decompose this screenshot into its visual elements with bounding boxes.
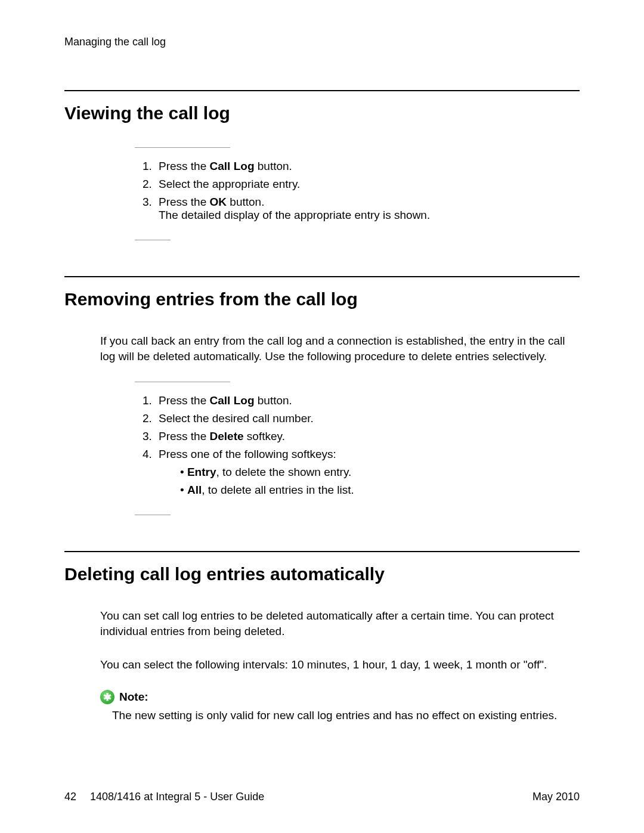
page-footer: 42 1408/1416 at Integral 5 - User Guide … [64,791,580,803]
section-deleting-automatically: Deleting call log entries automatically … [64,551,580,723]
step-text: button. [255,160,292,172]
substep-text: , to delete all entries in the list. [202,484,354,496]
steps-list: Press the Call Log button. Select the de… [155,394,580,497]
step-detail: The detailed display of the appropriate … [159,209,580,222]
step-text: Press the [159,430,210,442]
step-text: Press the [159,160,210,172]
substep-item: All, to delete all entries in the list. [177,484,580,497]
section-title: Removing entries from the call log [64,289,580,309]
procedure-start-rule [135,382,230,382]
substep-bold: All [187,484,202,496]
step-text: Select the appropriate entry. [159,178,300,190]
section-viewing-call-log: Viewing the call log Press the Call Log … [64,90,580,240]
step-text: Select the desired call number. [159,412,314,425]
substeps-list: Entry, to delete the shown entry. All, t… [177,466,580,497]
step-bold: Call Log [210,160,255,172]
running-header: Managing the call log [64,36,580,48]
page-number: 42 [64,791,76,803]
note-block: ✱ Note: The new setting is only valid fo… [100,690,580,723]
note-text: The new setting is only valid for new ca… [112,708,580,723]
substep-bold: Entry [187,466,216,478]
footer-date: May 2010 [532,791,580,803]
step-bold: Call Log [210,394,255,407]
procedure-end-rule [135,515,171,515]
substep-text: , to delete the shown entry. [216,466,352,478]
section-divider [64,90,580,91]
doc-title: 1408/1416 at Integral 5 - User Guide [90,791,264,803]
step-text: button. [227,196,264,208]
step-item: Press the Call Log button. [155,160,580,173]
step-item: Select the desired call number. [155,412,580,425]
section-title: Deleting call log entries automatically [64,564,580,584]
section-divider [64,551,580,552]
section-removing-entries: Removing entries from the call log If yo… [64,276,580,515]
section-para: You can select the following intervals: … [100,657,580,673]
section-title: Viewing the call log [64,103,580,123]
star-icon: ✱ [100,690,114,704]
section-intro: If you call back an entry from the call … [100,333,580,364]
step-bold: OK [210,196,227,208]
step-text: Press the [159,196,210,208]
step-item: Press the Delete softkey. [155,430,580,443]
step-bold: Delete [210,430,244,442]
step-item: Press one of the following softkeys: Ent… [155,448,580,497]
section-para: You can set call log entries to be delet… [100,608,580,639]
step-text: softkey. [244,430,285,442]
section-divider [64,276,580,277]
step-text: Press the [159,394,210,407]
step-item: Select the appropriate entry. [155,178,580,191]
procedure-end-rule [135,240,171,240]
step-item: Press the OK button. The detailed displa… [155,196,580,222]
note-label: Note: [119,690,148,704]
substep-item: Entry, to delete the shown entry. [177,466,580,479]
step-text: button. [255,394,292,407]
steps-list: Press the Call Log button. Select the ap… [155,160,580,222]
note-header: ✱ Note: [100,690,580,704]
step-text: Press one of the following softkeys: [159,448,336,460]
footer-left: 42 1408/1416 at Integral 5 - User Guide [64,791,264,803]
step-item: Press the Call Log button. [155,394,580,407]
procedure-start-rule [135,147,230,148]
